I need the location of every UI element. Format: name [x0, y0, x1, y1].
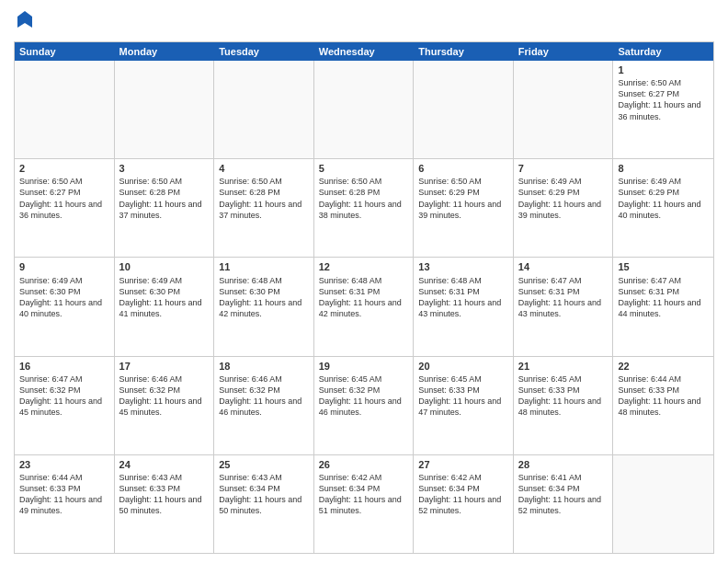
day-number: 8 [618, 162, 709, 175]
logo-icon [16, 9, 34, 29]
day-number: 9 [19, 260, 109, 273]
cal-cell: 1Sunrise: 6:50 AM Sunset: 6:27 PM Daylig… [613, 61, 713, 158]
cell-info: Sunrise: 6:49 AM Sunset: 6:30 PM Dayligh… [19, 275, 109, 320]
header-day-wednesday: Wednesday [314, 42, 415, 61]
cal-cell: 8Sunrise: 6:49 AM Sunset: 6:29 PM Daylig… [613, 159, 713, 257]
cell-info: Sunrise: 6:47 AM Sunset: 6:31 PM Dayligh… [518, 275, 609, 320]
cell-info: Sunrise: 6:46 AM Sunset: 6:32 PM Dayligh… [219, 373, 309, 419]
cell-info: Sunrise: 6:44 AM Sunset: 6:33 PM Dayligh… [19, 472, 109, 517]
week-row-0: 1Sunrise: 6:50 AM Sunset: 6:27 PM Daylig… [15, 61, 713, 159]
header-day-sunday: Sunday [15, 42, 115, 61]
day-number: 22 [618, 360, 709, 373]
page: SundayMondayTuesdayWednesdayThursdayFrid… [0, 0, 728, 563]
header-day-saturday: Saturday [613, 42, 713, 61]
day-number: 1 [618, 63, 709, 76]
cal-cell: 23Sunrise: 6:44 AM Sunset: 6:33 PM Dayli… [15, 455, 115, 553]
cal-cell: 22Sunrise: 6:44 AM Sunset: 6:33 PM Dayli… [613, 357, 713, 454]
cell-info: Sunrise: 6:48 AM Sunset: 6:31 PM Dayligh… [319, 275, 409, 320]
cal-cell [514, 61, 614, 158]
cal-cell: 3Sunrise: 6:50 AM Sunset: 6:28 PM Daylig… [115, 159, 215, 257]
cell-info: Sunrise: 6:48 AM Sunset: 6:30 PM Dayligh… [219, 275, 309, 320]
cal-cell: 28Sunrise: 6:41 AM Sunset: 6:34 PM Dayli… [514, 455, 614, 553]
day-number: 24 [119, 458, 210, 471]
day-number: 17 [119, 360, 210, 373]
svg-marker-0 [17, 11, 32, 28]
cal-cell: 2Sunrise: 6:50 AM Sunset: 6:27 PM Daylig… [15, 159, 115, 257]
day-number: 7 [518, 162, 609, 175]
cal-cell: 18Sunrise: 6:46 AM Sunset: 6:32 PM Dayli… [214, 357, 314, 454]
day-number: 27 [418, 458, 508, 471]
header-day-friday: Friday [514, 42, 614, 61]
calendar: SundayMondayTuesdayWednesdayThursdayFrid… [14, 41, 714, 554]
header-day-thursday: Thursday [414, 42, 514, 61]
cal-cell: 19Sunrise: 6:45 AM Sunset: 6:32 PM Dayli… [314, 357, 415, 454]
header [14, 9, 714, 34]
cell-info: Sunrise: 6:41 AM Sunset: 6:34 PM Dayligh… [518, 472, 609, 517]
cal-cell: 10Sunrise: 6:49 AM Sunset: 6:30 PM Dayli… [115, 258, 215, 355]
week-row-1: 2Sunrise: 6:50 AM Sunset: 6:27 PM Daylig… [15, 159, 713, 258]
week-row-3: 16Sunrise: 6:47 AM Sunset: 6:32 PM Dayli… [15, 357, 713, 455]
day-number: 5 [319, 162, 409, 175]
cal-cell: 14Sunrise: 6:47 AM Sunset: 6:31 PM Dayli… [514, 258, 614, 355]
cal-cell: 13Sunrise: 6:48 AM Sunset: 6:31 PM Dayli… [414, 258, 514, 355]
cal-cell: 17Sunrise: 6:46 AM Sunset: 6:32 PM Dayli… [115, 357, 215, 454]
cal-cell: 27Sunrise: 6:42 AM Sunset: 6:34 PM Dayli… [414, 455, 514, 553]
logo [14, 9, 34, 34]
logo-text [14, 9, 34, 34]
calendar-body: 1Sunrise: 6:50 AM Sunset: 6:27 PM Daylig… [15, 61, 713, 553]
cal-cell: 24Sunrise: 6:43 AM Sunset: 6:33 PM Dayli… [115, 455, 215, 553]
cell-info: Sunrise: 6:43 AM Sunset: 6:34 PM Dayligh… [219, 472, 309, 517]
cal-cell: 9Sunrise: 6:49 AM Sunset: 6:30 PM Daylig… [15, 258, 115, 355]
cell-info: Sunrise: 6:45 AM Sunset: 6:33 PM Dayligh… [418, 373, 508, 419]
day-number: 21 [518, 360, 609, 373]
week-row-2: 9Sunrise: 6:49 AM Sunset: 6:30 PM Daylig… [15, 258, 713, 356]
header-day-tuesday: Tuesday [214, 42, 314, 61]
cal-cell: 16Sunrise: 6:47 AM Sunset: 6:32 PM Dayli… [15, 357, 115, 454]
day-number: 25 [219, 458, 309, 471]
cell-info: Sunrise: 6:50 AM Sunset: 6:28 PM Dayligh… [119, 176, 210, 221]
day-number: 13 [418, 260, 508, 273]
cal-cell: 21Sunrise: 6:45 AM Sunset: 6:33 PM Dayli… [514, 357, 614, 454]
week-row-4: 23Sunrise: 6:44 AM Sunset: 6:33 PM Dayli… [15, 455, 713, 553]
cell-info: Sunrise: 6:50 AM Sunset: 6:29 PM Dayligh… [418, 176, 508, 221]
day-number: 28 [518, 458, 609, 471]
day-number: 15 [618, 260, 709, 273]
day-number: 14 [518, 260, 609, 273]
cell-info: Sunrise: 6:50 AM Sunset: 6:28 PM Dayligh… [219, 176, 309, 221]
cell-info: Sunrise: 6:42 AM Sunset: 6:34 PM Dayligh… [418, 472, 508, 517]
cal-cell [314, 61, 415, 158]
day-number: 19 [319, 360, 409, 373]
day-number: 23 [19, 458, 109, 471]
day-number: 10 [119, 260, 210, 273]
day-number: 11 [219, 260, 309, 273]
cal-cell [214, 61, 314, 158]
day-number: 4 [219, 162, 309, 175]
cell-info: Sunrise: 6:49 AM Sunset: 6:29 PM Dayligh… [518, 176, 609, 221]
day-number: 3 [119, 162, 210, 175]
header-day-monday: Monday [115, 42, 215, 61]
cell-info: Sunrise: 6:50 AM Sunset: 6:27 PM Dayligh… [618, 77, 709, 122]
cell-info: Sunrise: 6:50 AM Sunset: 6:28 PM Dayligh… [319, 176, 409, 221]
day-number: 16 [19, 360, 109, 373]
day-number: 26 [319, 458, 409, 471]
day-number: 20 [418, 360, 508, 373]
cell-info: Sunrise: 6:47 AM Sunset: 6:31 PM Dayligh… [618, 275, 709, 320]
cal-cell [613, 455, 713, 553]
day-number: 18 [219, 360, 309, 373]
cell-info: Sunrise: 6:45 AM Sunset: 6:33 PM Dayligh… [518, 373, 609, 419]
day-number: 6 [418, 162, 508, 175]
calendar-header: SundayMondayTuesdayWednesdayThursdayFrid… [15, 42, 713, 61]
cell-info: Sunrise: 6:49 AM Sunset: 6:29 PM Dayligh… [618, 176, 709, 221]
cell-info: Sunrise: 6:42 AM Sunset: 6:34 PM Dayligh… [319, 472, 409, 517]
cal-cell: 12Sunrise: 6:48 AM Sunset: 6:31 PM Dayli… [314, 258, 415, 355]
cal-cell: 20Sunrise: 6:45 AM Sunset: 6:33 PM Dayli… [414, 357, 514, 454]
cell-info: Sunrise: 6:44 AM Sunset: 6:33 PM Dayligh… [618, 373, 709, 419]
cell-info: Sunrise: 6:50 AM Sunset: 6:27 PM Dayligh… [19, 176, 109, 221]
cell-info: Sunrise: 6:46 AM Sunset: 6:32 PM Dayligh… [119, 373, 210, 419]
cal-cell [15, 61, 115, 158]
cell-info: Sunrise: 6:49 AM Sunset: 6:30 PM Dayligh… [119, 275, 210, 320]
cal-cell: 7Sunrise: 6:49 AM Sunset: 6:29 PM Daylig… [514, 159, 614, 257]
cal-cell [115, 61, 215, 158]
cal-cell: 4Sunrise: 6:50 AM Sunset: 6:28 PM Daylig… [214, 159, 314, 257]
cell-info: Sunrise: 6:43 AM Sunset: 6:33 PM Dayligh… [119, 472, 210, 517]
